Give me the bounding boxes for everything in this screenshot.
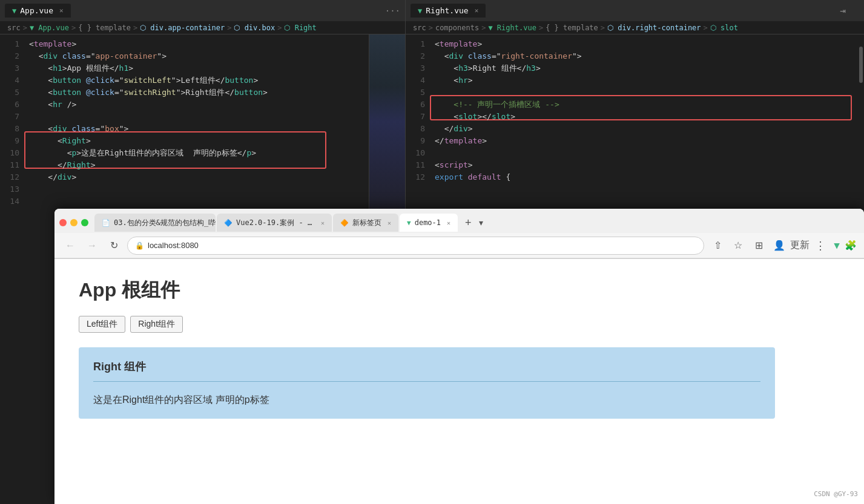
code-line <box>435 147 864 159</box>
code-line: <h1>App 根组件</h1> <box>29 62 369 74</box>
tab-more-icon[interactable]: ··· <box>385 6 400 16</box>
traffic-light-yellow[interactable] <box>70 219 77 226</box>
browser-tabs-bar: 📄 03.包的分类&规范的包结构_哔... ✕ 🔷 Vue2.0-19.案例 -… <box>54 209 864 233</box>
right-breadcrumb: src > components > ▼ Right.vue > { } tem… <box>406 21 864 34</box>
browser-tab-4[interactable]: ▼ demo-1 ✕ <box>400 214 458 232</box>
tab-3-icon: 🔶 <box>340 219 349 227</box>
new-tab-button[interactable]: + <box>463 215 474 231</box>
code-line: <div class="right-container"> <box>435 50 864 62</box>
watermark: CSDN @GY-93 <box>814 490 858 498</box>
right-code-content: <template> <div class="right-container">… <box>430 34 864 209</box>
tab-3-label: 新标签页 <box>352 218 381 228</box>
right-tab-close[interactable]: ✕ <box>475 7 479 15</box>
tab-3-close[interactable]: ✕ <box>387 220 391 226</box>
right-component-box: Right 组件 这是在Right组件的内容区域 声明的p标签 <box>79 347 775 419</box>
vuejs-devtools-icon[interactable]: ▼ <box>834 240 840 251</box>
code-line: <p>这是在Right组件的内容区域 声明的p标签</p> <box>29 147 369 159</box>
left-minimap <box>369 34 405 209</box>
address-bar[interactable]: 🔒 <box>127 237 704 255</box>
left-tab-close[interactable]: ✕ <box>59 7 64 15</box>
share-button[interactable]: ⇧ <box>709 237 726 254</box>
tab-2-label: Vue2.0-19.案例 - 安装和配置路... <box>236 218 315 228</box>
lock-icon: 🔒 <box>135 241 144 250</box>
tab-add-area: + ▾ <box>463 215 486 231</box>
left-code-content: <template> <div class="app-container"> <… <box>24 34 369 209</box>
code-line: <div class="box"> <box>29 123 369 135</box>
forward-button[interactable]: → <box>84 237 101 254</box>
code-line: export default { <box>435 171 864 183</box>
right-tab-rightvue[interactable]: ▼ Right.vue ✕ <box>411 4 486 18</box>
tab-1-label: 03.包的分类&规范的包结构_哔... <box>114 218 216 228</box>
right-tab-label: Right.vue <box>426 6 468 15</box>
code-line: <script> <box>435 159 864 171</box>
code-line: <hr> <box>435 74 864 87</box>
left-breadcrumb: src > ▼ App.vue > { } template > ⬡ div.a… <box>0 21 405 34</box>
traffic-light-green[interactable] <box>81 219 88 226</box>
code-line: <button @click="switchRight">Right组件</bu… <box>29 87 369 99</box>
browser-actions: ⇧ ☆ ⊞ 👤 更新 ⋮ <box>709 237 829 254</box>
left-tab-bar: ▼ App.vue ✕ ··· <box>0 0 405 21</box>
left-line-numbers: 12345 678910 1112131415 1617181920 21222… <box>0 34 24 209</box>
update-button[interactable]: 更新 <box>791 237 808 254</box>
vue-logo-icon: ▼ <box>12 7 16 15</box>
right-line-numbers: 12345 678910 1112 <box>406 34 430 209</box>
app-buttons: Left组件 Right组件 <box>79 316 840 333</box>
code-line: </div> <box>435 123 864 135</box>
vue-logo-icon: ▼ <box>418 7 422 15</box>
browser-tab-1[interactable]: 📄 03.包的分类&规范的包结构_哔... ✕ <box>94 214 216 232</box>
right-code-area: 12345 678910 1112 <template> <div class=… <box>406 34 864 209</box>
code-line: <Right> <box>29 135 369 147</box>
back-button[interactable]: ← <box>62 237 79 254</box>
browser-tab-2[interactable]: 🔷 Vue2.0-19.案例 - 安装和配置路... ✕ <box>217 214 332 232</box>
right-tab-bar: ▼ Right.vue ✕ ⇥ <box>406 0 864 21</box>
tab-1-icon: 📄 <box>102 219 110 227</box>
code-line: <div class="app-container"> <box>29 50 369 62</box>
code-line: </template> <box>435 135 864 147</box>
browser-navbar: ← → ↻ 🔒 ⇧ ☆ ⊞ 👤 更新 ⋮ ▼ 🧩 <box>54 233 864 258</box>
scrollbar-thumb <box>859 47 863 83</box>
code-line: <button @click="switchLeft">Left组件</butt… <box>29 74 369 87</box>
code-line: </Right> <box>29 159 369 171</box>
reload-button[interactable]: ↻ <box>105 237 122 254</box>
menu-button[interactable]: ⋮ <box>812 237 829 254</box>
code-line: <h3>Right 组件</h3> <box>435 62 864 74</box>
left-editor-pane: ▼ App.vue ✕ ··· src > ▼ App.vue > { } te… <box>0 0 406 209</box>
url-input[interactable] <box>148 241 696 250</box>
split-view-button[interactable]: ⊞ <box>750 237 767 254</box>
tab-4-close[interactable]: ✕ <box>447 220 450 226</box>
tab-2-icon: 🔷 <box>224 219 232 227</box>
right-component-title: Right 组件 <box>93 359 760 374</box>
code-line: <template> <box>435 38 864 50</box>
left-component-button[interactable]: Left组件 <box>79 316 125 333</box>
split-icon[interactable]: ⇥ <box>840 5 846 16</box>
right-component-button[interactable]: Right组件 <box>130 316 183 333</box>
editor-area: ▼ App.vue ✕ ··· src > ▼ App.vue > { } te… <box>0 0 864 209</box>
extensions-icon[interactable]: 🧩 <box>845 240 857 251</box>
code-line <box>29 183 369 195</box>
tab-4-icon: ▼ <box>407 219 411 227</box>
right-scrollbar[interactable] <box>858 34 864 209</box>
code-line: <hr /> <box>29 99 369 111</box>
right-component-divider <box>93 381 760 382</box>
bc-src: src <box>7 24 21 32</box>
tab-list-button[interactable]: ▾ <box>477 217 486 229</box>
tab-4-label: demo-1 <box>415 218 441 227</box>
tab-2-close[interactable]: ✕ <box>321 220 325 226</box>
code-line: <!-- 声明一个插槽区域 --> <box>435 99 864 111</box>
browser-tab-3[interactable]: 🔶 新标签页 ✕ <box>333 214 398 232</box>
left-code-area: 12345 678910 1112131415 1617181920 21222… <box>0 34 405 209</box>
code-line <box>29 195 369 208</box>
code-line: <template> <box>29 38 369 50</box>
left-tab-appvue[interactable]: ▼ App.vue ✕ <box>5 4 71 18</box>
left-tab-label: App.vue <box>20 6 53 15</box>
browser-content: App 根组件 Left组件 Right组件 Right 组件 这是在Right… <box>54 259 864 504</box>
code-line: </div> <box>29 171 369 183</box>
traffic-light-red[interactable] <box>59 219 67 226</box>
traffic-lights <box>59 219 88 226</box>
right-component-text: 这是在Right组件的内容区域 声明的p标签 <box>93 394 760 407</box>
code-line <box>435 87 864 99</box>
profile-button[interactable]: 👤 <box>771 237 788 254</box>
browser-window: 📄 03.包的分类&规范的包结构_哔... ✕ 🔷 Vue2.0-19.案例 -… <box>54 209 864 504</box>
bookmark-button[interactable]: ☆ <box>730 237 747 254</box>
app-root-title: App 根组件 <box>79 277 840 304</box>
